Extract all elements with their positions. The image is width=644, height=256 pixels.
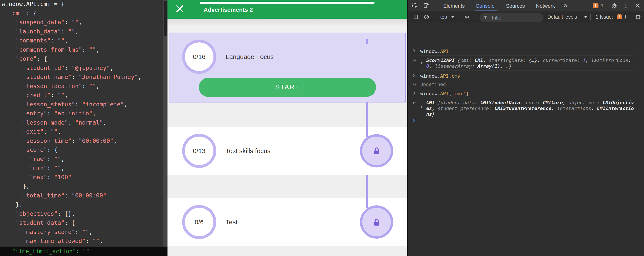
code-segment: "@jcputney" <box>72 65 110 71</box>
code-segment: student_data <box>440 100 474 105</box>
tab-network[interactable]: Network <box>536 0 555 11</box>
console-input[interactable] <box>420 118 614 124</box>
settings-gear-icon[interactable] <box>611 3 617 10</box>
code-segment: , <box>89 229 92 235</box>
code-segment <box>2 55 16 62</box>
code-segment <box>2 219 16 226</box>
code-segment: "" <box>51 128 58 135</box>
console-result-line: ns} <box>426 111 435 117</box>
code-segment: , <box>92 110 96 117</box>
code-segment: objectives <box>568 100 597 105</box>
console-settings-gear-icon[interactable] <box>635 14 641 21</box>
tab-console[interactable]: Console <box>476 0 494 11</box>
expand-object-icon[interactable] <box>421 106 423 108</box>
code-segment: startingData <box>489 58 523 63</box>
filter-funnel-icon <box>484 16 487 19</box>
code-line: "student_id": "@jcputney", <box>2 63 141 73</box>
code-segment: , <box>586 58 592 63</box>
code-segment: } <box>432 112 435 117</box>
code-line: "lesson_mode": "normal", <box>2 118 141 127</box>
screenshot-root: window.API.cmi = { "cmi": { "suspend_dat… <box>0 0 644 256</box>
console-command: window.API['cmi'] <box>420 91 468 97</box>
console-prompt-icon <box>412 119 416 123</box>
clear-console-icon[interactable] <box>424 14 430 21</box>
code-segment: "launch_data" <box>16 28 61 35</box>
code-segment: "core" <box>16 55 37 62</box>
chevron-down-icon <box>584 16 587 18</box>
code-segment: "lesson_location" <box>23 83 82 89</box>
code-segment: CMIInteractio <box>597 106 634 111</box>
default-levels-dropdown[interactable]: Default levels <box>547 11 577 22</box>
code-segment <box>2 110 23 117</box>
module3-lock-button[interactable] <box>360 205 393 239</box>
code-segment: : <box>82 46 89 53</box>
code-segment: , <box>552 106 557 111</box>
code-line: window.API.cmi = { <box>2 0 141 9</box>
module2-progress-text: 0/13 <box>193 147 205 155</box>
module2-lock-button[interactable] <box>360 134 393 167</box>
more-tabs-icon[interactable] <box>563 3 568 9</box>
code-segment: , <box>61 156 64 162</box>
code-segment: student_preference <box>438 106 489 111</box>
row-divider <box>420 79 633 79</box>
expand-object-icon[interactable] <box>421 62 423 64</box>
kebab-menu-icon[interactable] <box>625 3 627 9</box>
code-segment: "mastery_score" <box>23 229 75 235</box>
terminal-scrollbar-thumb[interactable] <box>164 1 167 36</box>
code-segment: { <box>458 58 460 63</box>
code-segment: : <box>86 238 92 244</box>
filter-input[interactable] <box>492 14 541 22</box>
row-divider <box>420 97 633 97</box>
code-segment <box>2 65 23 71</box>
code-segment: : <box>51 37 58 44</box>
code-segment: : <box>65 192 72 199</box>
code-segment: "min" <box>30 165 47 171</box>
code-segment <box>2 19 16 25</box>
code-segment: "00:00:00" <box>78 137 114 144</box>
tab-elements[interactable]: Elements <box>443 0 465 11</box>
row-divider <box>420 88 633 88</box>
live-expression-eye-icon[interactable] <box>464 14 470 21</box>
tab-sources[interactable]: Sources <box>506 0 525 11</box>
code-line: "raw": "", <box>2 155 141 164</box>
code-segment: : <box>489 106 494 111</box>
code-segment: "comments" <box>16 37 51 44</box>
code-segment: , <box>78 19 82 25</box>
issue-counter-count: 1 <box>624 11 626 22</box>
console-return-value: undefined <box>420 82 446 87</box>
issue-counter-label[interactable]: 1 Issue: <box>596 11 613 22</box>
active-tab-underline <box>474 10 497 11</box>
context-selector[interactable]: top <box>440 11 447 22</box>
close-devtools-icon[interactable] <box>635 3 640 9</box>
code-line: "suspend_data": "", <box>2 18 141 27</box>
issues-icon[interactable]: ! <box>593 3 598 8</box>
inspect-element-icon[interactable] <box>412 3 418 9</box>
code-segment: : <box>474 100 480 105</box>
console-command: window.API.cms <box>420 73 460 79</box>
timeline-connector <box>366 175 368 208</box>
issues-icon[interactable]: ! <box>617 14 622 19</box>
code-segment: : <box>65 19 72 25</box>
code-segment: ] <box>466 91 468 96</box>
code-segment: , <box>103 119 106 126</box>
console-sidebar-icon[interactable] <box>412 14 418 20</box>
close-icon[interactable] <box>176 5 184 13</box>
code-line: "total_time": "00:00:00" <box>2 191 141 200</box>
device-toolbar-icon[interactable] <box>424 3 430 9</box>
code-segment: : <box>537 100 543 105</box>
code-segment: "lesson_mode" <box>23 119 68 126</box>
code-segment: "Jonathan Putney" <box>78 74 138 80</box>
code-segment: , <box>61 165 64 171</box>
code-segment <box>2 74 23 80</box>
start-button[interactable]: START <box>199 78 376 97</box>
code-segment: lastErrorCode <box>591 58 628 63</box>
code-segment: : <box>628 58 631 63</box>
terminal-scrollbar[interactable] <box>164 0 168 247</box>
module1-title: Language Focus <box>226 53 274 60</box>
return-value-icon <box>412 59 416 62</box>
console-log: window.API Scorm12API {cmi: CMI, startin… <box>408 22 644 256</box>
code-segment: , <box>100 238 103 244</box>
code-segment: , <box>520 100 526 105</box>
code-segment: : {}, <box>58 210 75 217</box>
console-command: window.API <box>420 48 448 54</box>
